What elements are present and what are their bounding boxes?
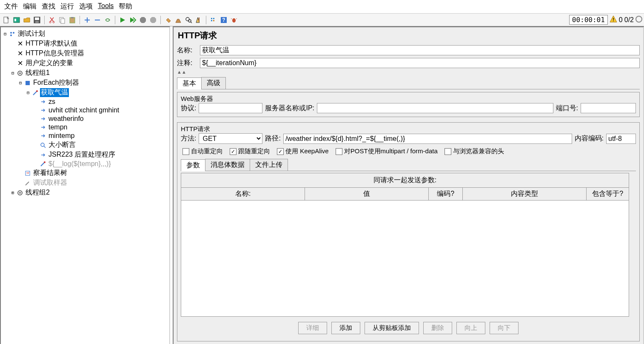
col-content-type[interactable]: 内容类型 [463,188,587,200]
tab-file-upload[interactable]: 文件上传 [250,159,288,171]
function-helper-icon[interactable] [209,15,218,25]
add-from-clipboard-button[interactable]: 从剪贴板添加 [365,322,419,334]
cut-icon[interactable] [47,15,57,25]
extractor-icon [40,107,46,114]
tree-item[interactable]: zs [48,98,56,106]
svg-text:?: ? [222,17,225,23]
server-input[interactable] [317,103,553,113]
tree-item[interactable]: HTTP请求默认值 [25,39,78,48]
tree-selected-item[interactable]: 获取气温 [40,88,69,97]
templates-icon[interactable] [12,15,21,25]
svg-point-22 [232,18,236,23]
protocol-label: 协议: [181,104,196,113]
tree-item[interactable]: ${__log(${tempn},,,)} [48,160,112,168]
checkbox-keepalive[interactable]: ✓使用 KeepAlive [277,147,329,155]
tree-toggle[interactable]: ⊟ [10,71,15,75]
encoding-input[interactable] [606,134,636,144]
bug-icon[interactable] [229,15,239,25]
reset-search-icon[interactable] [194,15,203,25]
name-label: 名称: [177,46,198,55]
keepalive-label: 使用 KeepAlive [285,147,329,155]
svg-point-36 [44,161,46,163]
checkbox-multipart[interactable]: 对POST使用multipart / form-data [336,147,438,155]
svg-point-26 [636,16,642,22]
warning-icon[interactable]: ! [610,15,617,24]
up-button[interactable]: 向上 [456,322,485,334]
comment-input[interactable] [200,58,640,68]
name-input[interactable] [200,45,640,55]
shutdown-icon[interactable] [148,15,158,25]
paste-icon[interactable] [68,15,77,25]
checkbox-auto-redirect[interactable]: 自动重定向 [182,147,223,155]
menu-find[interactable]: 查找 [40,1,57,12]
menu-file[interactable]: 文件 [3,1,20,12]
delete-button[interactable]: 删除 [423,322,452,334]
tab-params[interactable]: 参数 [181,159,205,171]
menu-tools[interactable]: Tools [96,1,115,12]
toolbar-sep [206,16,206,24]
tree-controller[interactable]: ForEach控制器 [32,78,80,87]
down-button[interactable]: 向下 [490,322,519,334]
run-no-pause-icon[interactable] [128,15,137,25]
detail-button[interactable]: 详细 [298,322,327,334]
tree-root[interactable]: 测试计划 [17,29,46,38]
params-body[interactable] [181,201,629,316]
col-value[interactable]: 值 [305,188,429,200]
tree-threadgroup[interactable]: 线程组1 [25,69,51,77]
controller-icon [24,80,31,86]
tree-item[interactable]: 大小断言 [48,140,77,149]
col-include-equals[interactable]: 包含等于? [587,188,629,200]
save-icon[interactable] [32,15,42,25]
tab-body-data[interactable]: 消息体数据 [205,159,250,171]
search-icon[interactable] [184,15,193,25]
port-input[interactable] [581,103,636,113]
copy-icon[interactable] [57,15,67,25]
clear-icon[interactable] [163,15,173,25]
tree-item[interactable]: 察看结果树 [32,169,68,178]
add-button[interactable]: 添加 [331,322,360,334]
col-name[interactable]: 名称: [181,188,305,200]
run-icon[interactable] [118,15,127,25]
path-input[interactable] [283,134,572,144]
col-encode[interactable]: 编码? [429,188,463,200]
tree-threadgroup[interactable]: 线程组2 [25,188,51,197]
open-icon[interactable] [22,15,31,25]
tree-item[interactable]: JSR223 后置处理程序 [48,150,116,159]
tree-item[interactable]: mintemp [48,132,75,140]
tree-toggle[interactable]: ⊞ [10,190,15,195]
svg-point-28 [13,32,14,34]
http-request-legend: HTTP请求 [179,125,636,133]
tree-toggle[interactable]: ⊟ [3,32,8,36]
tree-item[interactable]: uvhit cthit xchint gmhint [48,106,120,114]
tree-toggle[interactable]: ⊟ [26,90,31,95]
help-icon[interactable]: ? [219,15,228,25]
clear-all-icon[interactable] [174,15,183,25]
menu-help[interactable]: 帮助 [117,1,134,12]
menu-run[interactable]: 运行 [59,1,76,12]
tree-item[interactable]: HTTP信息头管理器 [25,49,85,58]
tree-toggle[interactable]: ⊟ [18,80,23,85]
expand-icon[interactable] [83,15,92,25]
tab-advanced[interactable]: 高级 [201,77,226,89]
multipart-label: 对POST使用multipart / form-data [344,147,438,155]
stop-icon[interactable] [138,15,148,25]
protocol-input[interactable] [199,103,262,113]
checkbox-follow-redirect[interactable]: ✓跟随重定向 [230,147,270,155]
new-icon[interactable] [2,15,11,25]
auto-redirect-label: 自动重定向 [191,147,223,155]
toggle-icon[interactable] [103,15,112,25]
tab-basic[interactable]: 基本 [177,77,202,89]
tree-item[interactable]: weatherinfo [48,115,85,123]
collapse-icon[interactable] [93,15,102,25]
method-select[interactable]: GET [199,133,262,144]
svg-rect-4 [35,17,39,20]
tree-item[interactable]: 调试取样器 [32,178,68,187]
checkbox-browser-headers[interactable]: 与浏览器兼容的头 [445,147,504,155]
tree-item[interactable]: 用户定义的变量 [25,59,74,68]
toolbar-sep [80,16,80,24]
svg-line-24 [236,18,237,19]
menu-options[interactable]: 选项 [77,1,94,12]
menu-edit[interactable]: 编辑 [21,1,38,12]
tree-panel[interactable]: ⊟ 测试计划 ✕HTTP请求默认值 ✕HTTP信息头管理器 ✕用户定义的变量 ⊟… [0,26,170,344]
tree-item[interactable]: tempn [48,123,68,131]
